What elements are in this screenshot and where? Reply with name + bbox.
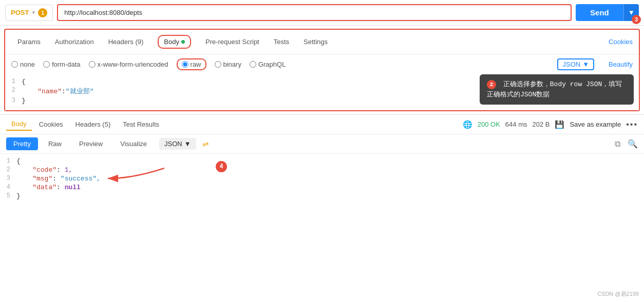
- radio-formdata[interactable]: form-data: [43, 61, 81, 68]
- radio-raw-input[interactable]: [182, 61, 188, 68]
- fmt-raw-button[interactable]: Raw: [41, 137, 69, 150]
- radio-formdata-input[interactable]: [43, 61, 50, 68]
- radio-binary[interactable]: binary: [215, 61, 241, 68]
- resp-tab-cookies[interactable]: Cookies: [34, 118, 68, 130]
- response-json-select[interactable]: JSON ▼: [159, 138, 196, 150]
- copy-icon[interactable]: ⧉: [615, 139, 620, 149]
- radio-binary-input[interactable]: [215, 61, 221, 68]
- response-time: 644 ms: [505, 120, 527, 128]
- resp-line-3: 3 "msg": "success",: [0, 174, 644, 183]
- radio-none[interactable]: none: [11, 61, 35, 68]
- wrap-icon[interactable]: ⇌: [202, 139, 209, 149]
- tab-headers[interactable]: Headers (9): [102, 35, 150, 49]
- json-type-select[interactable]: JSON ▼: [557, 58, 594, 70]
- radio-raw[interactable]: raw: [177, 58, 206, 70]
- beautify-button[interactable]: Beautify: [609, 61, 633, 68]
- resp-line-2: 2 "code": 1,: [0, 166, 644, 174]
- url-input[interactable]: [57, 4, 572, 21]
- tab-prerequest[interactable]: Pre-request Script: [199, 35, 266, 49]
- save-icon: 💾: [555, 120, 564, 129]
- radio-raw-wrap: raw: [177, 58, 206, 70]
- status-ok: 200 OK: [478, 120, 500, 128]
- send-button-wrapper: Send ▼ 3: [576, 4, 639, 21]
- cookies-link[interactable]: Cookies: [609, 38, 633, 46]
- request-tabs-row: Params Authorization Headers (9) Body Pr…: [5, 30, 639, 54]
- resp-line-4: 4 "data": null: [0, 183, 644, 192]
- radio-urlencoded-input[interactable]: [89, 61, 96, 68]
- response-code-area: 1 { 2 "code": 1, 3 "msg": "success", 4 "…: [0, 154, 644, 204]
- fmt-pretty-button[interactable]: Pretty: [6, 137, 38, 150]
- resp-line-1: 1 {: [0, 157, 644, 166]
- resp-tab-headers[interactable]: Headers (5): [70, 118, 116, 130]
- tab-authorization[interactable]: Authorization: [49, 35, 100, 49]
- radio-urlencoded[interactable]: x-www-form-urlencoded: [89, 61, 168, 68]
- tab-settings[interactable]: Settings: [297, 35, 334, 49]
- request-bar: POST ▼ 1 Send ▼ 3: [0, 0, 644, 26]
- radio-graphql[interactable]: GraphQL: [250, 61, 286, 68]
- resp-line-5: 5 }: [0, 192, 644, 200]
- badge-3: 3: [632, 15, 641, 24]
- watermark: CSDN @易2199: [597, 290, 639, 298]
- tab-body[interactable]: Body: [151, 32, 197, 52]
- resp-tab-test-results[interactable]: Test Results: [118, 118, 164, 130]
- response-size: 202 B: [532, 120, 550, 128]
- tooltip-box: 2 正确选择参数，Body row JSON，填写正确格式的JSON数据: [480, 74, 634, 105]
- radio-none-input[interactable]: [11, 61, 18, 68]
- response-format-bar: Pretty Raw Preview Visualize JSON ▼ ⇌ ⧉ …: [0, 134, 644, 154]
- resp-tab-body[interactable]: Body: [6, 118, 32, 131]
- badge-1: 1: [38, 8, 47, 17]
- tab-tests[interactable]: Tests: [268, 35, 295, 49]
- radio-graphql-input[interactable]: [250, 61, 256, 68]
- fmt-preview-button[interactable]: Preview: [72, 137, 110, 150]
- request-code-area: 1 { 2 "name":"就业部" 3 } 2 正确选择参数，Body row…: [5, 74, 639, 110]
- request-section: Params Authorization Headers (9) Body Pr…: [4, 29, 640, 111]
- response-section: Body Cookies Headers (5) Test Results 🌐 …: [0, 115, 644, 204]
- body-options-row: none form-data x-www-form-urlencoded raw…: [5, 54, 639, 74]
- search-response-icon[interactable]: 🔍: [628, 139, 638, 149]
- tab-params[interactable]: Params: [11, 35, 47, 49]
- body-tab-active[interactable]: Body: [158, 35, 191, 49]
- method-label: POST: [11, 9, 29, 16]
- response-meta: 🌐 200 OK 644 ms 202 B 💾 Save as example …: [463, 120, 638, 129]
- body-dot: [181, 40, 185, 44]
- badge-4: 4: [216, 161, 227, 172]
- tab-body-label: Body: [164, 38, 179, 46]
- globe-icon: 🌐: [463, 120, 472, 129]
- fmt-visualize-button[interactable]: Visualize: [113, 137, 154, 150]
- response-tabs-row: Body Cookies Headers (5) Test Results 🌐 …: [0, 115, 644, 134]
- tooltip-badge: 2: [487, 80, 496, 89]
- more-options-button[interactable]: •••: [626, 120, 638, 129]
- save-as-example-button[interactable]: Save as example: [570, 120, 621, 128]
- tooltip-text: 正确选择参数，Body row JSON，填写正确格式的JSON数据: [487, 80, 622, 98]
- send-button[interactable]: Send: [576, 4, 623, 21]
- method-select[interactable]: POST ▼ 1: [5, 5, 53, 21]
